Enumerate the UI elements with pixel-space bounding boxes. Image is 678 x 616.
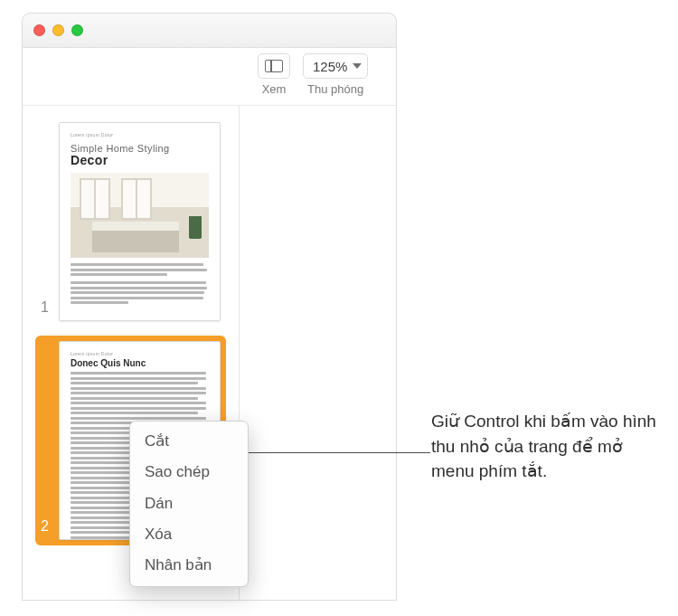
page-thumbnail-1[interactable]: 1 Lorem ipsum Dolor Simple Home Styling … bbox=[35, 117, 226, 327]
view-button[interactable] bbox=[258, 53, 290, 79]
app-window: Xem 125% Thu phóng 1 Lorem ipsum Dolor S… bbox=[22, 13, 397, 601]
zoom-value: 125% bbox=[313, 59, 347, 74]
ctx-duplicate[interactable]: Nhân bản bbox=[130, 550, 248, 581]
thumb-heading: Donec Quis Nunc bbox=[71, 358, 209, 368]
fullscreen-window-button[interactable] bbox=[71, 24, 83, 36]
callout-leader-line bbox=[231, 452, 430, 453]
document-canvas[interactable] bbox=[240, 106, 396, 600]
view-group: Xem bbox=[258, 53, 290, 96]
ctx-delete[interactable]: Xóa bbox=[130, 519, 248, 550]
thumb-photo bbox=[71, 173, 209, 258]
ctx-paste[interactable]: Dán bbox=[130, 488, 248, 519]
thumbnail-preview: Lorem ipsum Dolor Simple Home Styling De… bbox=[59, 122, 221, 321]
chevron-down-icon bbox=[353, 63, 362, 69]
thumb-para bbox=[71, 263, 209, 276]
thumb-meta: Lorem ipsum Dolor bbox=[71, 132, 209, 137]
ctx-copy[interactable]: Sao chép bbox=[130, 457, 248, 488]
thumb-title: Decor bbox=[71, 153, 209, 167]
zoom-label: Thu phóng bbox=[307, 82, 363, 96]
page-number: 2 bbox=[41, 518, 52, 535]
thumb-meta: Lorem ipsum Dolor bbox=[71, 351, 209, 356]
close-window-button[interactable] bbox=[33, 24, 45, 36]
callout-text: Giữ Control khi bấm vào hình thu nhỏ của… bbox=[431, 409, 666, 484]
page-number: 1 bbox=[41, 299, 52, 316]
minimize-window-button[interactable] bbox=[52, 24, 64, 36]
context-menu: Cắt Sao chép Dán Xóa Nhân bản bbox=[129, 421, 249, 587]
zoom-group: 125% Thu phóng bbox=[303, 53, 368, 96]
thumb-para bbox=[71, 281, 209, 304]
view-label: Xem bbox=[262, 82, 287, 96]
toolbar: Xem 125% Thu phóng bbox=[23, 48, 396, 106]
sidebar-layout-icon bbox=[265, 60, 283, 72]
window-controls bbox=[33, 24, 83, 36]
titlebar bbox=[23, 14, 396, 48]
zoom-dropdown[interactable]: 125% bbox=[303, 53, 368, 79]
ctx-cut[interactable]: Cắt bbox=[130, 426, 248, 457]
